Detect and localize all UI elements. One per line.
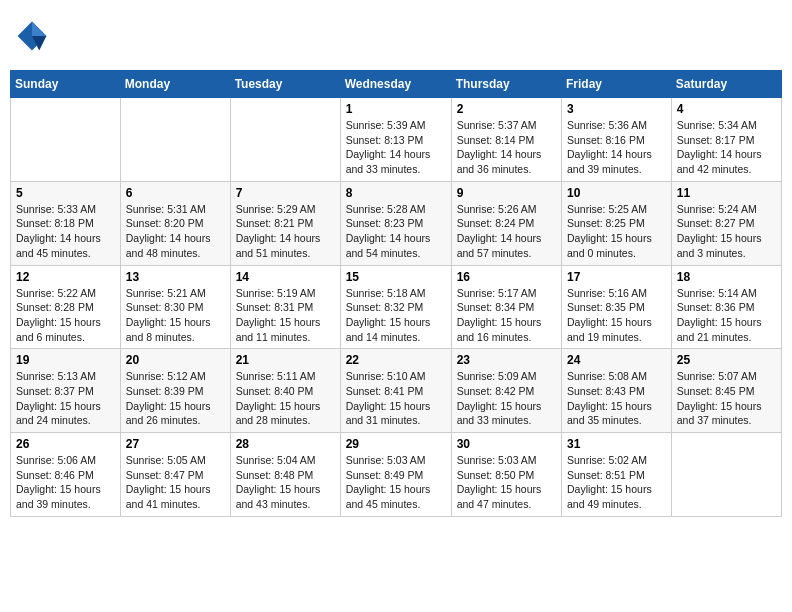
day-number: 22	[346, 353, 446, 367]
day-info: Sunrise: 5:17 AM Sunset: 8:34 PM Dayligh…	[457, 286, 556, 345]
calendar-week-row: 1Sunrise: 5:39 AM Sunset: 8:13 PM Daylig…	[11, 98, 782, 182]
day-number: 9	[457, 186, 556, 200]
day-number: 16	[457, 270, 556, 284]
calendar-cell: 7Sunrise: 5:29 AM Sunset: 8:21 PM Daylig…	[230, 181, 340, 265]
day-number: 14	[236, 270, 335, 284]
day-header-tuesday: Tuesday	[230, 71, 340, 98]
calendar-cell: 28Sunrise: 5:04 AM Sunset: 8:48 PM Dayli…	[230, 433, 340, 517]
day-number: 24	[567, 353, 666, 367]
day-info: Sunrise: 5:39 AM Sunset: 8:13 PM Dayligh…	[346, 118, 446, 177]
day-number: 23	[457, 353, 556, 367]
day-info: Sunrise: 5:02 AM Sunset: 8:51 PM Dayligh…	[567, 453, 666, 512]
day-number: 20	[126, 353, 225, 367]
day-number: 10	[567, 186, 666, 200]
day-info: Sunrise: 5:03 AM Sunset: 8:50 PM Dayligh…	[457, 453, 556, 512]
day-number: 26	[16, 437, 115, 451]
calendar-cell	[230, 98, 340, 182]
day-number: 29	[346, 437, 446, 451]
day-info: Sunrise: 5:24 AM Sunset: 8:27 PM Dayligh…	[677, 202, 776, 261]
day-info: Sunrise: 5:08 AM Sunset: 8:43 PM Dayligh…	[567, 369, 666, 428]
calendar-cell: 29Sunrise: 5:03 AM Sunset: 8:49 PM Dayli…	[340, 433, 451, 517]
day-info: Sunrise: 5:13 AM Sunset: 8:37 PM Dayligh…	[16, 369, 115, 428]
day-header-thursday: Thursday	[451, 71, 561, 98]
day-number: 6	[126, 186, 225, 200]
calendar-cell: 22Sunrise: 5:10 AM Sunset: 8:41 PM Dayli…	[340, 349, 451, 433]
calendar-cell	[671, 433, 781, 517]
calendar-cell: 11Sunrise: 5:24 AM Sunset: 8:27 PM Dayli…	[671, 181, 781, 265]
day-header-sunday: Sunday	[11, 71, 121, 98]
day-header-saturday: Saturday	[671, 71, 781, 98]
day-info: Sunrise: 5:34 AM Sunset: 8:17 PM Dayligh…	[677, 118, 776, 177]
calendar-table: SundayMondayTuesdayWednesdayThursdayFrid…	[10, 70, 782, 517]
day-number: 30	[457, 437, 556, 451]
day-info: Sunrise: 5:09 AM Sunset: 8:42 PM Dayligh…	[457, 369, 556, 428]
day-info: Sunrise: 5:25 AM Sunset: 8:25 PM Dayligh…	[567, 202, 666, 261]
day-number: 4	[677, 102, 776, 116]
calendar-cell: 26Sunrise: 5:06 AM Sunset: 8:46 PM Dayli…	[11, 433, 121, 517]
day-info: Sunrise: 5:28 AM Sunset: 8:23 PM Dayligh…	[346, 202, 446, 261]
calendar-cell: 24Sunrise: 5:08 AM Sunset: 8:43 PM Dayli…	[562, 349, 672, 433]
day-info: Sunrise: 5:10 AM Sunset: 8:41 PM Dayligh…	[346, 369, 446, 428]
calendar-cell: 27Sunrise: 5:05 AM Sunset: 8:47 PM Dayli…	[120, 433, 230, 517]
day-number: 17	[567, 270, 666, 284]
day-info: Sunrise: 5:37 AM Sunset: 8:14 PM Dayligh…	[457, 118, 556, 177]
day-info: Sunrise: 5:16 AM Sunset: 8:35 PM Dayligh…	[567, 286, 666, 345]
calendar-cell: 18Sunrise: 5:14 AM Sunset: 8:36 PM Dayli…	[671, 265, 781, 349]
day-info: Sunrise: 5:07 AM Sunset: 8:45 PM Dayligh…	[677, 369, 776, 428]
calendar-week-row: 5Sunrise: 5:33 AM Sunset: 8:18 PM Daylig…	[11, 181, 782, 265]
logo	[14, 18, 54, 54]
day-number: 12	[16, 270, 115, 284]
calendar-cell: 19Sunrise: 5:13 AM Sunset: 8:37 PM Dayli…	[11, 349, 121, 433]
calendar-week-row: 19Sunrise: 5:13 AM Sunset: 8:37 PM Dayli…	[11, 349, 782, 433]
calendar-cell: 17Sunrise: 5:16 AM Sunset: 8:35 PM Dayli…	[562, 265, 672, 349]
day-info: Sunrise: 5:12 AM Sunset: 8:39 PM Dayligh…	[126, 369, 225, 428]
calendar-week-row: 26Sunrise: 5:06 AM Sunset: 8:46 PM Dayli…	[11, 433, 782, 517]
calendar-cell: 23Sunrise: 5:09 AM Sunset: 8:42 PM Dayli…	[451, 349, 561, 433]
calendar-cell: 31Sunrise: 5:02 AM Sunset: 8:51 PM Dayli…	[562, 433, 672, 517]
day-number: 31	[567, 437, 666, 451]
calendar-cell	[120, 98, 230, 182]
calendar-cell: 2Sunrise: 5:37 AM Sunset: 8:14 PM Daylig…	[451, 98, 561, 182]
calendar-cell: 25Sunrise: 5:07 AM Sunset: 8:45 PM Dayli…	[671, 349, 781, 433]
day-info: Sunrise: 5:18 AM Sunset: 8:32 PM Dayligh…	[346, 286, 446, 345]
calendar-cell: 30Sunrise: 5:03 AM Sunset: 8:50 PM Dayli…	[451, 433, 561, 517]
day-info: Sunrise: 5:19 AM Sunset: 8:31 PM Dayligh…	[236, 286, 335, 345]
day-info: Sunrise: 5:06 AM Sunset: 8:46 PM Dayligh…	[16, 453, 115, 512]
day-number: 15	[346, 270, 446, 284]
day-info: Sunrise: 5:11 AM Sunset: 8:40 PM Dayligh…	[236, 369, 335, 428]
calendar-cell: 10Sunrise: 5:25 AM Sunset: 8:25 PM Dayli…	[562, 181, 672, 265]
day-number: 8	[346, 186, 446, 200]
day-info: Sunrise: 5:05 AM Sunset: 8:47 PM Dayligh…	[126, 453, 225, 512]
day-number: 28	[236, 437, 335, 451]
calendar-cell: 3Sunrise: 5:36 AM Sunset: 8:16 PM Daylig…	[562, 98, 672, 182]
day-header-wednesday: Wednesday	[340, 71, 451, 98]
calendar-body: 1Sunrise: 5:39 AM Sunset: 8:13 PM Daylig…	[11, 98, 782, 517]
day-header-friday: Friday	[562, 71, 672, 98]
day-info: Sunrise: 5:26 AM Sunset: 8:24 PM Dayligh…	[457, 202, 556, 261]
day-number: 7	[236, 186, 335, 200]
day-info: Sunrise: 5:33 AM Sunset: 8:18 PM Dayligh…	[16, 202, 115, 261]
day-header-monday: Monday	[120, 71, 230, 98]
day-info: Sunrise: 5:36 AM Sunset: 8:16 PM Dayligh…	[567, 118, 666, 177]
calendar-cell: 4Sunrise: 5:34 AM Sunset: 8:17 PM Daylig…	[671, 98, 781, 182]
day-number: 1	[346, 102, 446, 116]
calendar-week-row: 12Sunrise: 5:22 AM Sunset: 8:28 PM Dayli…	[11, 265, 782, 349]
day-number: 5	[16, 186, 115, 200]
day-number: 11	[677, 186, 776, 200]
calendar-cell: 5Sunrise: 5:33 AM Sunset: 8:18 PM Daylig…	[11, 181, 121, 265]
day-number: 21	[236, 353, 335, 367]
calendar-cell: 21Sunrise: 5:11 AM Sunset: 8:40 PM Dayli…	[230, 349, 340, 433]
day-info: Sunrise: 5:22 AM Sunset: 8:28 PM Dayligh…	[16, 286, 115, 345]
logo-icon	[14, 18, 50, 54]
day-info: Sunrise: 5:03 AM Sunset: 8:49 PM Dayligh…	[346, 453, 446, 512]
day-number: 27	[126, 437, 225, 451]
day-info: Sunrise: 5:21 AM Sunset: 8:30 PM Dayligh…	[126, 286, 225, 345]
calendar-cell: 20Sunrise: 5:12 AM Sunset: 8:39 PM Dayli…	[120, 349, 230, 433]
day-info: Sunrise: 5:29 AM Sunset: 8:21 PM Dayligh…	[236, 202, 335, 261]
day-number: 3	[567, 102, 666, 116]
calendar-cell: 1Sunrise: 5:39 AM Sunset: 8:13 PM Daylig…	[340, 98, 451, 182]
day-number: 2	[457, 102, 556, 116]
svg-marker-1	[32, 22, 46, 36]
day-number: 18	[677, 270, 776, 284]
calendar-cell	[11, 98, 121, 182]
